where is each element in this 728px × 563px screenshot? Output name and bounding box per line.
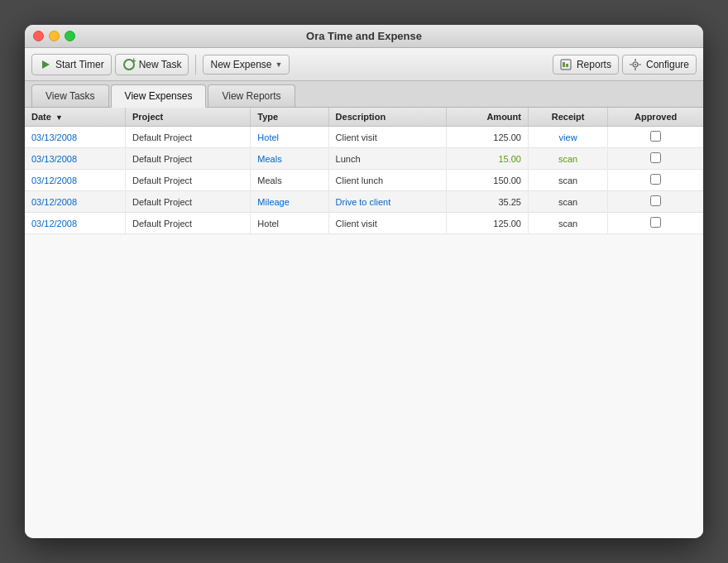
tab-view-tasks[interactable]: View Tasks (31, 84, 109, 107)
reports-button[interactable]: Reports (553, 55, 619, 75)
svg-rect-2 (566, 64, 568, 67)
cell-date: 03/12/2008 (25, 170, 125, 191)
date-link[interactable]: 03/12/2008 (31, 176, 77, 185)
cell-date: 03/13/2008 (25, 148, 125, 170)
cell-approved (608, 191, 703, 213)
cell-approved (608, 148, 703, 170)
cell-approved (608, 213, 703, 234)
toolbar-right: Reports Configure (553, 55, 697, 75)
date-link[interactable]: 03/13/2008 (31, 132, 77, 142)
cell-approved (608, 170, 703, 191)
traffic-lights (33, 31, 75, 41)
cell-approved (608, 127, 703, 148)
col-receipt[interactable]: Receipt (528, 108, 607, 127)
col-amount[interactable]: Amount (446, 108, 528, 127)
table-row[interactable]: 03/12/2008Default ProjectMealsClient lun… (25, 170, 703, 191)
cell-description: Drive to client (328, 191, 446, 213)
approved-checkbox[interactable] (650, 217, 661, 228)
toolbar: Start Timer New Task New Expense ▼ (25, 48, 703, 81)
type-link[interactable]: Meals (257, 154, 281, 164)
cell-receipt[interactable]: view (528, 127, 607, 148)
cell-type[interactable]: Hotel (251, 127, 328, 148)
date-link[interactable]: 03/13/2008 (31, 154, 77, 164)
receipt-link[interactable]: view (559, 132, 577, 142)
cell-project: Default Project (125, 213, 250, 234)
cell-project: Default Project (125, 148, 250, 170)
col-approved[interactable]: Approved (608, 108, 703, 127)
cell-amount: 150.00 (446, 170, 528, 191)
sort-arrow-icon: ▼ (55, 113, 63, 122)
new-task-icon (122, 58, 136, 71)
approved-checkbox[interactable] (650, 195, 661, 206)
cell-date: 03/13/2008 (25, 127, 125, 148)
receipt-link[interactable]: scan (558, 154, 577, 164)
toolbar-separator (195, 55, 196, 75)
tab-view-reports[interactable]: View Reports (208, 84, 295, 107)
approved-checkbox[interactable] (650, 174, 661, 185)
new-task-button[interactable]: New Task (115, 54, 189, 75)
approved-checkbox[interactable] (650, 131, 661, 142)
window-title: Ora Time and Expense (306, 30, 422, 42)
minimize-button[interactable] (49, 31, 60, 41)
cell-project: Default Project (125, 127, 250, 148)
cell-description: Client lunch (328, 170, 446, 191)
close-button[interactable] (33, 31, 44, 41)
content-area: Date ▼ Project Type Description (25, 108, 703, 538)
maximize-button[interactable] (65, 31, 75, 41)
cell-description: Client visit (328, 127, 446, 148)
table-row[interactable]: 03/12/2008Default ProjectHotelClient vis… (25, 213, 703, 234)
col-description[interactable]: Description (328, 108, 446, 127)
date-link[interactable]: 03/12/2008 (31, 219, 77, 229)
svg-point-4 (635, 64, 636, 65)
tab-view-expenses[interactable]: View Expenses (111, 84, 207, 108)
cell-date: 03/12/2008 (25, 213, 125, 234)
cell-type: Meals (251, 170, 328, 191)
cell-amount: 125.00 (446, 213, 528, 234)
cell-amount: 125.00 (446, 127, 528, 148)
col-date[interactable]: Date ▼ (25, 108, 125, 127)
titlebar: Ora Time and Expense (25, 25, 703, 48)
table-row[interactable]: 03/13/2008Default ProjectMealsLunch15.00… (25, 148, 703, 170)
table-wrapper[interactable]: Date ▼ Project Type Description (25, 108, 703, 538)
col-type[interactable]: Type (251, 108, 328, 127)
cell-description: Client visit (328, 213, 446, 234)
table-row[interactable]: 03/12/2008Default ProjectMileageDrive to… (25, 191, 703, 213)
play-icon (39, 58, 52, 71)
table-header-row: Date ▼ Project Type Description (25, 108, 703, 127)
cell-receipt: scan (528, 170, 607, 191)
cell-type: Hotel (251, 213, 328, 234)
expenses-table: Date ▼ Project Type Description (25, 108, 703, 234)
configure-icon (630, 59, 641, 70)
tabbar: View Tasks View Expenses View Reports (25, 81, 703, 108)
col-project[interactable]: Project (125, 108, 250, 127)
cell-description: Lunch (328, 148, 446, 170)
type-link[interactable]: Mileage (257, 197, 290, 207)
cell-receipt: scan (528, 191, 607, 213)
approved-checkbox[interactable] (650, 152, 661, 163)
reports-icon (560, 59, 572, 70)
cell-date: 03/12/2008 (25, 191, 125, 213)
configure-button[interactable]: Configure (622, 55, 697, 75)
cell-amount: 35.25 (446, 191, 528, 213)
cell-type[interactable]: Meals (251, 148, 328, 170)
description-link[interactable]: Drive to client (336, 197, 391, 207)
start-timer-button[interactable]: Start Timer (31, 54, 112, 75)
cell-amount: 15.00 (446, 148, 528, 170)
cell-project: Default Project (125, 170, 250, 191)
svg-rect-1 (563, 62, 565, 67)
cell-receipt: scan (528, 213, 607, 234)
cell-type[interactable]: Mileage (251, 191, 328, 213)
dropdown-arrow-icon: ▼ (275, 60, 283, 69)
table-row[interactable]: 03/13/2008Default ProjectHotelClient vis… (25, 127, 703, 148)
cell-receipt[interactable]: scan (528, 148, 607, 170)
new-expense-button[interactable]: New Expense ▼ (203, 55, 290, 75)
main-window: Ora Time and Expense Start Timer New Tas… (25, 25, 703, 538)
date-link[interactable]: 03/12/2008 (31, 197, 77, 207)
type-link[interactable]: Hotel (257, 132, 279, 142)
cell-project: Default Project (125, 191, 250, 213)
